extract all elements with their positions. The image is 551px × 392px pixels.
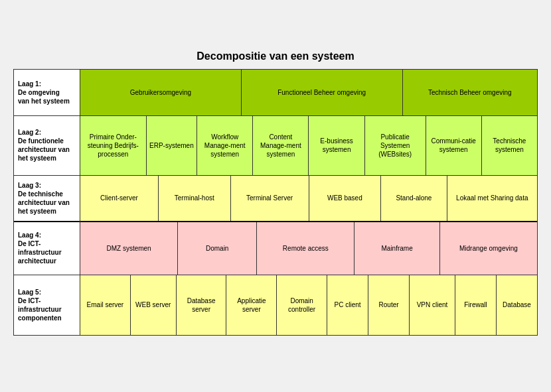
cell-erp: ERP-systemen <box>147 116 197 175</box>
cell-domain: Domain <box>178 222 257 275</box>
cell-database-server: Database server <box>177 275 227 335</box>
cell-ebusiness: E-business systemen <box>309 116 364 175</box>
cell-midrange: Midrange omgeving <box>440 222 537 275</box>
cell-standalone: Stand-alone <box>381 176 447 221</box>
cell-workflow: Workflow Manage-ment systemen <box>197 116 253 175</box>
layer4-row: DMZ systemen Domain Remote access Mainfr… <box>80 222 537 275</box>
layer3-row: Client-server Terminal-host Terminal Ser… <box>80 176 537 222</box>
page: Decompositie van een systeem Laag 1: De … <box>0 44 551 349</box>
label-laag5: Laag 5: De ICT- infrastructuur component… <box>14 275 80 335</box>
cell-remote-access: Remote access <box>257 222 354 275</box>
cell-vpn-client: VPN client <box>410 275 455 335</box>
cell-content: Content Manage-ment systemen <box>253 116 309 175</box>
layer5-row: Email server WEB server Database server … <box>80 275 537 335</box>
cell-terminal-server: Terminal Server <box>231 176 309 221</box>
diagram: Laag 1: De omgeving van het systeem Laag… <box>13 69 538 336</box>
cell-client-server: Client-server <box>80 176 159 221</box>
page-title: Decompositie van een systeem <box>13 50 538 62</box>
label-laag4: Laag 4: De ICT- infrastructuur architect… <box>14 222 80 275</box>
cell-firewall: Firewall <box>455 275 497 335</box>
cell-web-based: WEB based <box>309 176 382 221</box>
cell-web-server: WEB server <box>131 275 177 335</box>
cell-functioneel-beheer: Functioneel Beheer omgeving <box>242 70 403 115</box>
cell-communicatie: Communi-catie systemen <box>426 116 482 175</box>
cell-primaire: Primaire Onder-steuning Bedrijfs-process… <box>80 116 147 175</box>
content-column: Gebruikersomgeving Functioneel Beheer om… <box>80 70 537 335</box>
cell-gebruikersomgeving: Gebruikersomgeving <box>80 70 242 115</box>
cell-technische: Technische systemen <box>482 116 537 175</box>
cell-technisch-beheer: Technisch Beheer omgeving <box>403 70 537 115</box>
label-laag3: Laag 3: De technische architectuur van h… <box>14 176 80 222</box>
cell-terminal-host: Terminal-host <box>159 176 231 221</box>
label-laag2: Laag 2: De functionele architectuur van … <box>14 116 80 176</box>
cell-pc-client: PC client <box>327 275 368 335</box>
labels-column: Laag 1: De omgeving van het systeem Laag… <box>14 70 80 335</box>
cell-applicatie-server: Applicatie server <box>226 275 277 335</box>
cell-mainframe: Mainframe <box>354 222 439 275</box>
layer2-row: Primaire Onder-steuning Bedrijfs-process… <box>80 116 537 176</box>
cell-lokaal: Lokaal met Sharing data <box>447 176 537 221</box>
cell-database: Database <box>497 275 537 335</box>
label-laag1: Laag 1: De omgeving van het systeem <box>14 70 80 116</box>
cell-domain-controller: Domain controller <box>277 275 327 335</box>
cell-email-server: Email server <box>80 275 131 335</box>
layer1-row: Gebruikersomgeving Functioneel Beheer om… <box>80 70 537 116</box>
cell-router: Router <box>368 275 410 335</box>
cell-publicatie: Publicatie Systemen (WEBsites) <box>365 116 426 175</box>
cell-dmz: DMZ systemen <box>80 222 178 275</box>
